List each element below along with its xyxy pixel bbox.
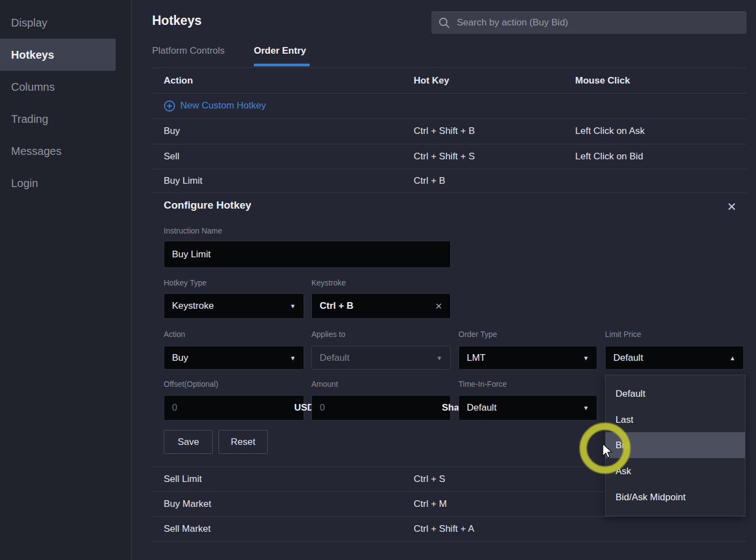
configure-hotkey-title: Configure Hotkey xyxy=(164,199,251,211)
chevron-down-icon: ▼ xyxy=(436,355,442,361)
sidebar-item-hotkeys[interactable]: Hotkeys xyxy=(0,39,116,71)
instruction-name-field[interactable]: Buy Limit xyxy=(164,241,451,268)
row-mouse-click: Left Click on Ask xyxy=(575,126,645,137)
applies-to-label: Applies to xyxy=(311,330,345,339)
instruction-name-value: Buy Limit xyxy=(172,249,442,260)
action-value: Buy xyxy=(172,352,290,364)
row-action: Buy Market xyxy=(164,499,211,510)
settings-sidebar: Display Hotkeys Columns Trading Messages… xyxy=(0,0,132,560)
offset-field[interactable]: USD xyxy=(164,395,304,421)
row-action: Buy xyxy=(164,126,180,137)
time-in-force-label: Time-In-Force xyxy=(458,380,507,388)
applies-to-value: Default xyxy=(320,352,436,364)
sidebar-item-trading[interactable]: Trading xyxy=(0,103,131,135)
amount-field[interactable]: Shares xyxy=(311,395,451,421)
menu-option-last[interactable]: Last xyxy=(606,407,745,433)
tab-order-entry[interactable]: Order Entry xyxy=(254,45,306,56)
keystroke-field[interactable]: Ctrl + B ✕ xyxy=(311,293,451,319)
limit-price-menu: Default Last Bid Ask Bid/Ask Midpoint xyxy=(605,375,745,516)
column-header-mouse-click: Mouse Click xyxy=(575,75,630,86)
new-custom-hotkey-label: New Custom Hotkey xyxy=(180,100,266,111)
column-header-action: Action xyxy=(164,75,193,86)
menu-option-ask[interactable]: Ask xyxy=(606,458,745,484)
row-hotkey: Ctrl + Shift + S xyxy=(414,151,475,162)
limit-price-label: Limit Price xyxy=(605,330,641,339)
order-type-label: Order Type xyxy=(458,330,497,339)
action-dropdown[interactable]: Buy ▼ xyxy=(164,346,304,370)
active-tab-underline xyxy=(254,64,310,66)
plus-circle-icon xyxy=(164,100,175,112)
chevron-down-icon: ▼ xyxy=(583,355,589,361)
row-action: Sell xyxy=(164,151,179,162)
limit-price-dropdown[interactable]: Default ▲ xyxy=(605,346,744,370)
chevron-down-icon: ▼ xyxy=(290,303,296,309)
tab-platform-controls[interactable]: Platform Controls xyxy=(152,45,225,56)
instruction-name-label: Instruction Name xyxy=(164,226,222,235)
offset-input[interactable] xyxy=(172,402,294,413)
new-custom-hotkey-button[interactable]: New Custom Hotkey xyxy=(164,93,266,118)
search-box[interactable] xyxy=(431,11,747,34)
amount-label: Amount xyxy=(311,380,338,388)
row-mouse-click: Left Click on Bid xyxy=(575,151,643,162)
menu-option-default[interactable]: Default xyxy=(606,381,745,407)
menu-option-bid-ask-midpoint[interactable]: Bid/Ask Midpoint xyxy=(606,484,745,510)
search-input[interactable] xyxy=(456,17,740,29)
hotkeys-settings-window: Display Hotkeys Columns Trading Messages… xyxy=(0,0,756,560)
chevron-up-icon: ▲ xyxy=(729,355,736,361)
close-icon[interactable]: ✕ xyxy=(723,199,740,215)
table-row[interactable]: Buy Limit Ctrl + B xyxy=(152,169,747,193)
search-icon xyxy=(438,17,450,29)
offset-label: Offset(Optional) xyxy=(164,380,218,388)
table-row[interactable]: Sell Ctrl + Shift + S Left Click on Bid xyxy=(152,144,747,169)
limit-price-value: Default xyxy=(613,352,729,364)
sidebar-item-display[interactable]: Display xyxy=(0,7,131,39)
hotkey-type-value: Keystroke xyxy=(172,300,290,312)
row-action: Buy Limit xyxy=(164,175,202,186)
action-label: Action xyxy=(164,330,185,339)
divider xyxy=(152,193,747,193)
row-hotkey: Ctrl + Shift + B xyxy=(414,126,475,137)
hotkey-type-dropdown[interactable]: Keystroke ▼ xyxy=(164,293,304,319)
chevron-down-icon: ▼ xyxy=(290,355,296,361)
keystroke-value: Ctrl + B xyxy=(320,300,435,312)
row-hotkey: Ctrl + M xyxy=(414,499,447,510)
divider xyxy=(152,541,747,542)
row-action: Sell Market xyxy=(164,523,211,535)
save-button[interactable]: Save xyxy=(164,430,213,454)
sidebar-item-columns[interactable]: Columns xyxy=(0,71,131,103)
row-action: Sell Limit xyxy=(164,474,202,485)
time-in-force-dropdown[interactable]: Default ▼ xyxy=(458,395,597,421)
clear-keystroke-icon[interactable]: ✕ xyxy=(435,301,442,312)
hotkey-type-label: Hotkey Type xyxy=(164,278,207,287)
row-hotkey: Ctrl + Shift + A xyxy=(414,523,475,535)
applies-to-dropdown: Default ▼ xyxy=(311,346,451,370)
table-row[interactable]: Buy Ctrl + Shift + B Left Click on Ask xyxy=(152,118,747,144)
row-hotkey: Ctrl + S xyxy=(414,474,445,485)
page-title: Hotkeys xyxy=(152,13,201,28)
order-type-dropdown[interactable]: LMT ▼ xyxy=(458,346,597,370)
column-header-hotkey: Hot Key xyxy=(414,75,449,86)
table-row[interactable]: Sell Market Ctrl + Shift + A xyxy=(152,516,747,541)
sidebar-item-login[interactable]: Login xyxy=(0,167,131,199)
sidebar-item-messages[interactable]: Messages xyxy=(0,135,131,167)
row-hotkey: Ctrl + B xyxy=(414,175,445,186)
amount-input[interactable] xyxy=(320,402,442,413)
order-type-value: LMT xyxy=(467,352,583,364)
reset-button[interactable]: Reset xyxy=(218,430,268,454)
keystroke-label: Keystroke xyxy=(311,278,346,287)
chevron-down-icon: ▼ xyxy=(583,405,589,411)
time-in-force-value: Default xyxy=(467,402,583,413)
menu-option-bid[interactable]: Bid xyxy=(606,432,745,458)
table-header-row: Action Hot Key Mouse Click xyxy=(152,68,747,93)
